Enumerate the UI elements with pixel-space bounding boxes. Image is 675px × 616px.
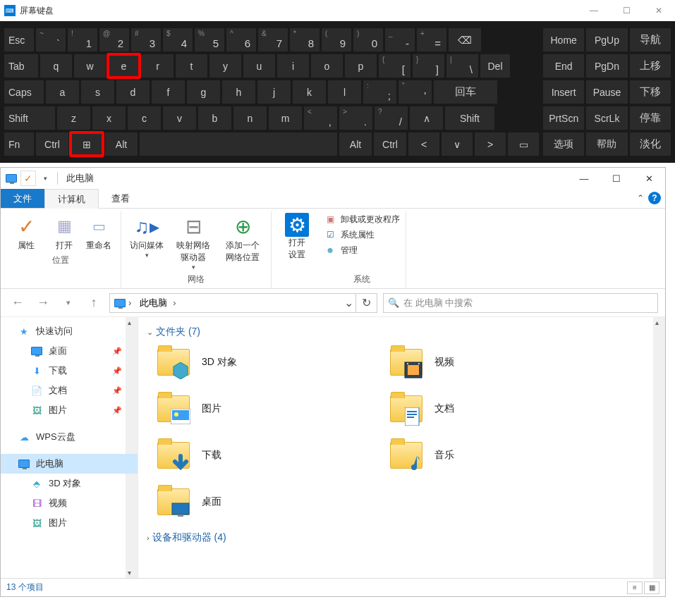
view-icons-button[interactable]: ▦ (644, 581, 659, 594)
key-2[interactable]: @2 (99, 28, 129, 51)
key-r[interactable]: r (142, 54, 174, 78)
folder-3D 对象[interactable]: 3D 对象 (155, 345, 381, 379)
key-/[interactable]: ?/ (375, 106, 408, 130)
key-Tab[interactable]: Tab (4, 54, 38, 78)
key-l[interactable]: l (328, 80, 361, 104)
sidebar-thispc[interactable]: 此电脑 (1, 454, 138, 474)
key-Del[interactable]: Del (480, 54, 510, 78)
sidebar-downloads[interactable]: ⬇ 下载📌 (1, 361, 138, 381)
ribbon-sysprops[interactable]: ☑ 系统属性 (324, 228, 400, 241)
key-Alt[interactable]: Alt (339, 133, 372, 156)
folder-下载[interactable]: 下载 (155, 438, 381, 472)
folder-桌面[interactable]: 桌面 (155, 485, 381, 519)
ribbon-properties[interactable]: ✓ 属性 (6, 213, 46, 252)
key-q[interactable]: q (40, 54, 72, 78)
key-Shift[interactable]: Shift (445, 106, 494, 130)
key-`[interactable]: ~` (36, 28, 66, 51)
explorer-maximize-button[interactable]: ☐ (600, 168, 633, 189)
key-7[interactable]: &7 (258, 28, 288, 51)
key-c[interactable]: c (128, 106, 161, 130)
refresh-button[interactable]: ↻ (356, 293, 377, 313)
key-u[interactable]: u (243, 54, 275, 78)
key-Ctrl[interactable]: Ctrl (36, 133, 68, 156)
key-s[interactable]: s (81, 80, 114, 104)
group-header-devices[interactable]: › 设备和驱动器 (4) (147, 531, 657, 544)
key-Insert[interactable]: Insert (543, 80, 584, 104)
key-Caps[interactable]: Caps (4, 80, 44, 104)
ribbon-open-settings[interactable]: ⚙ 打开 设置 (277, 213, 317, 261)
key-∨[interactable]: ∨ (442, 133, 473, 156)
key-i[interactable]: i (277, 54, 309, 78)
key-PgUp[interactable]: PgUp (586, 28, 627, 51)
osk-maximize-button[interactable]: ☐ (610, 0, 643, 21)
sidebar-pictures[interactable]: 🖼 图片📌 (1, 400, 138, 420)
key-;[interactable]: :; (363, 80, 396, 104)
key-PrtScn[interactable]: PrtScn (543, 106, 584, 130)
explorer-close-button[interactable]: ✕ (633, 168, 665, 189)
ribbon-media[interactable]: ♫▸ 访问媒体 ▾ (127, 213, 166, 259)
folder-图片[interactable]: 图片 (155, 392, 381, 426)
key-<[interactable]: < (408, 133, 439, 156)
key-a[interactable]: a (46, 80, 79, 104)
key-e[interactable]: e (108, 54, 140, 78)
key-blank[interactable] (140, 133, 337, 156)
nav-back-button[interactable]: ← (8, 293, 28, 313)
key-⊞[interactable]: ⊞ (71, 133, 103, 156)
sidebar-3dobjects[interactable]: ⬘ 3D 对象 (1, 474, 138, 493)
key-Alt[interactable]: Alt (105, 133, 138, 156)
search-field[interactable]: 🔍 在 此电脑 中搜索 (383, 293, 658, 313)
content-scrollbar[interactable] (653, 317, 665, 578)
key-PgDn[interactable]: PgDn (586, 54, 627, 78)
key-⌫[interactable]: ⌫ (449, 28, 481, 51)
key-'[interactable]: "' (399, 80, 432, 104)
key-1[interactable]: !1 (68, 28, 97, 51)
folder-音乐[interactable]: 音乐 (388, 438, 614, 472)
help-icon[interactable]: ? (648, 192, 661, 204)
ribbon-add-location[interactable]: ⊕ 添加一个 网络位置 (220, 213, 265, 264)
key-Fn[interactable]: Fn (4, 133, 34, 156)
key-Home[interactable]: Home (543, 28, 584, 51)
ribbon-collapse-icon[interactable]: ⌃ (637, 193, 644, 203)
key-5[interactable]: %5 (195, 28, 224, 51)
key-下移[interactable]: 下移 (630, 80, 671, 104)
ribbon-open[interactable]: ▦ 打开 (50, 213, 78, 252)
key-选项[interactable]: 选项 (543, 133, 584, 156)
key-∧[interactable]: ∧ (410, 106, 443, 130)
key-导航[interactable]: 导航 (630, 28, 671, 51)
key-o[interactable]: o (311, 54, 343, 78)
key-j[interactable]: j (257, 80, 291, 104)
key-][interactable]: }] (413, 54, 444, 78)
sidebar-desktop[interactable]: 桌面📌 (1, 341, 138, 361)
key-Pause[interactable]: Pause (586, 80, 627, 104)
key-w[interactable]: w (74, 54, 106, 78)
folder-文档[interactable]: 文档 (388, 392, 614, 426)
key-.[interactable]: >. (339, 106, 372, 130)
folder-视频[interactable]: 视频 (388, 345, 614, 379)
key-Ctrl[interactable]: Ctrl (374, 133, 406, 156)
key->[interactable]: > (475, 133, 506, 156)
key-\[interactable]: |\ (446, 54, 478, 78)
address-field[interactable]: › 此电脑› ⌄ (109, 293, 356, 313)
key-v[interactable]: v (163, 106, 196, 130)
key-h[interactable]: h (222, 80, 255, 104)
key-ScrLk[interactable]: ScrLk (586, 106, 627, 130)
tab-computer[interactable]: 计算机 (44, 189, 99, 209)
key-8[interactable]: *8 (290, 28, 320, 51)
ribbon-manage[interactable]: ☻ 管理 (324, 244, 400, 257)
key-d[interactable]: d (116, 80, 150, 104)
key-0[interactable]: )0 (353, 28, 383, 51)
key-n[interactable]: n (233, 106, 267, 130)
key-6[interactable]: ^6 (226, 28, 256, 51)
sidebar-videos[interactable]: 🎞 视频 (1, 493, 138, 513)
nav-up-button[interactable]: ↑ (84, 293, 104, 313)
ribbon-rename[interactable]: ▭ 重命名 (83, 213, 115, 252)
key-3[interactable]: #3 (131, 28, 161, 51)
key--[interactable]: _- (385, 28, 415, 51)
nav-forward-button[interactable]: → (33, 293, 53, 313)
ribbon-map-drive[interactable]: ⊟ 映射网络 驱动器 ▾ (171, 213, 216, 271)
key-回车[interactable]: 回车 (434, 80, 497, 104)
key-f[interactable]: f (152, 80, 185, 104)
key-4[interactable]: $4 (163, 28, 193, 51)
key-=[interactable]: += (417, 28, 446, 51)
key-g[interactable]: g (187, 80, 220, 104)
